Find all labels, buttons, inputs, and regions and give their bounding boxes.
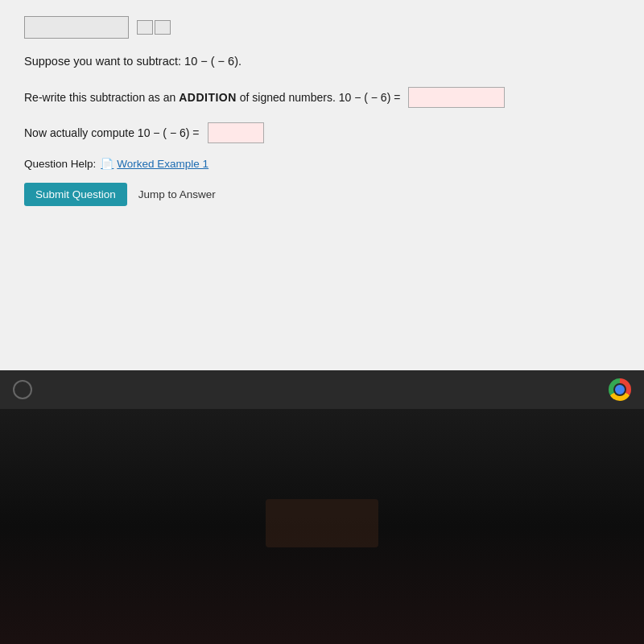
rewrite-row: Re-write this subtraction as an ADDITION… xyxy=(24,87,620,108)
taskbar xyxy=(0,370,644,409)
compute-label: Now actually compute 10 − ( − 6) = xyxy=(24,126,200,139)
top-input-box xyxy=(24,16,129,39)
small-box-1 xyxy=(137,20,153,35)
buttons-row: Submit Question Jump to Answer xyxy=(24,183,620,206)
top-bar xyxy=(24,16,620,39)
worked-example-text: Worked Example 1 xyxy=(117,158,208,170)
doc-icon: 📄 xyxy=(101,158,114,170)
question-help-row: Question Help: 📄 Worked Example 1 xyxy=(24,158,620,170)
rewrite-label: Re-write this subtraction as an ADDITION… xyxy=(24,91,400,104)
keyboard-area xyxy=(266,499,378,547)
help-label: Question Help: xyxy=(24,158,96,170)
chrome-icon xyxy=(609,378,631,401)
submit-button[interactable]: Submit Question xyxy=(24,183,127,206)
worked-example-link[interactable]: 📄 Worked Example 1 xyxy=(101,158,208,170)
small-box-2 xyxy=(155,20,171,35)
laptop-bezel xyxy=(0,409,644,644)
intro-text: Suppose you want to subtract: 10 − ( − 6… xyxy=(24,53,620,71)
compute-row: Now actually compute 10 − ( − 6) = xyxy=(24,122,620,143)
top-small-boxes xyxy=(137,20,171,35)
compute-input[interactable] xyxy=(208,122,264,143)
taskbar-circle-icon xyxy=(13,380,32,399)
rewrite-input[interactable] xyxy=(408,87,505,108)
jump-to-answer-button[interactable]: Jump to Answer xyxy=(138,185,216,204)
